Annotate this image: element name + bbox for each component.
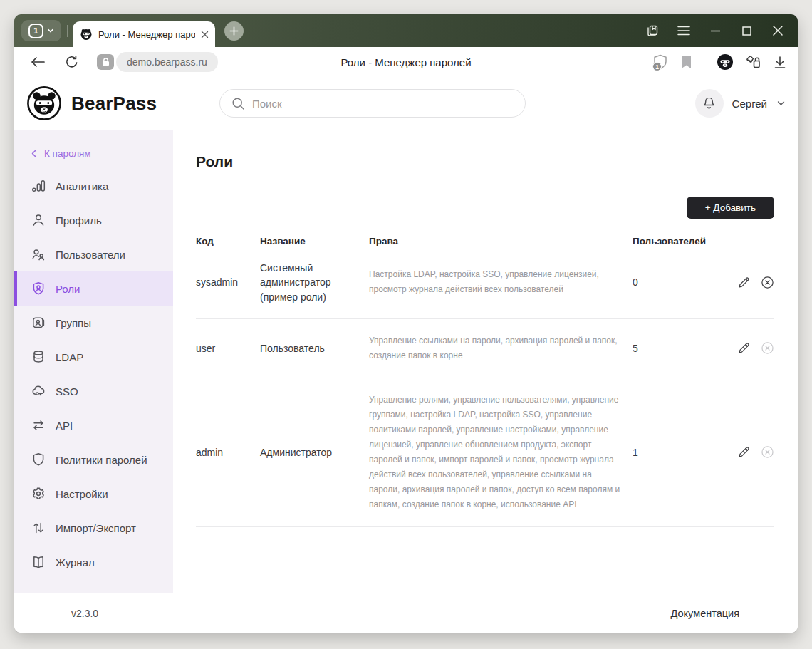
reload-button[interactable] [60, 51, 84, 73]
protect-button[interactable]: 1 [653, 54, 669, 70]
delete-role-button[interactable] [761, 445, 774, 459]
edit-role-button[interactable] [737, 276, 751, 289]
chevron-left-icon [31, 149, 37, 158]
pencil-icon [737, 341, 751, 355]
bearpass-extension-button[interactable] [717, 53, 734, 71]
sidebar-item-analytics[interactable]: Аналитика [14, 169, 173, 203]
search-input[interactable] [252, 98, 514, 110]
tab-close-icon[interactable] [201, 31, 209, 38]
maximize-icon [742, 26, 751, 36]
role-users-count: 0 [624, 276, 731, 288]
site-security-chip[interactable] [97, 54, 114, 70]
row-actions [737, 445, 774, 459]
add-role-button[interactable]: + Добавить [687, 197, 774, 219]
side-panel-button[interactable] [641, 19, 664, 42]
back-button[interactable] [26, 51, 50, 73]
brand-name: BearPass [71, 93, 157, 115]
maximize-button[interactable] [735, 19, 758, 42]
sidebar-item-policies[interactable]: Политики паролей [14, 442, 173, 477]
edit-role-button[interactable] [737, 445, 751, 459]
downloads-button[interactable] [774, 56, 786, 69]
import-export-icon [31, 521, 46, 535]
circle-x-icon [761, 276, 774, 289]
table-row: sysadmin Системный администратор (пример… [196, 246, 774, 319]
plus-icon [229, 26, 239, 36]
titlebar-separator [67, 25, 68, 37]
bell-icon [702, 96, 716, 110]
search-box[interactable] [219, 89, 526, 118]
user-menu[interactable]: Сергей [732, 98, 767, 110]
sidebar-item-sso[interactable]: SSO [14, 374, 173, 408]
sidebar-item-label: Группы [56, 317, 91, 329]
users-icon [31, 247, 46, 261]
sidebar-item-label: Аналитика [56, 180, 108, 192]
role-rights: Управление ссылками на пароли, архивация… [369, 333, 624, 363]
sidebar-item-profile[interactable]: Профиль [14, 203, 173, 237]
delete-role-button[interactable] [761, 341, 774, 355]
bookmark-button[interactable] [681, 56, 692, 69]
tab-counter-button[interactable]: 1 [21, 20, 61, 41]
app-footer: v2.3.0 Документация [14, 593, 798, 633]
circle-x-icon [761, 341, 774, 355]
edit-role-button[interactable] [737, 341, 751, 355]
sidebar-item-label: API [56, 420, 73, 432]
sidebar-item-users[interactable]: Пользователи [14, 237, 173, 271]
titlebar: 1 Роли - Менеджер паролей [14, 14, 798, 47]
groups-icon [31, 316, 46, 330]
bearpass-logo-icon [27, 86, 61, 120]
sidebar-item-label: Журнал [56, 556, 95, 568]
role-code: admin [196, 447, 260, 458]
sidebar-item-label: Пользователи [56, 249, 125, 261]
notifications-button[interactable] [695, 89, 724, 118]
close-button[interactable] [766, 19, 789, 42]
table-body: sysadmin Системный администратор (пример… [196, 246, 774, 527]
sidebar-item-api[interactable]: API [14, 408, 173, 442]
sidebar-back-link[interactable]: К паролям [14, 137, 173, 169]
bear-extension-icon [717, 53, 734, 71]
sidebar-item-roles[interactable]: Роли [14, 271, 173, 306]
password-manager-button[interactable] [746, 54, 761, 70]
sidebar-item-label: Импорт/Экспорт [56, 522, 136, 534]
search-icon [231, 97, 245, 110]
sso-icon [31, 384, 46, 398]
documentation-link[interactable]: Документация [671, 608, 739, 619]
reload-icon [66, 56, 78, 68]
chevron-down-icon [47, 27, 54, 34]
menu-button[interactable] [672, 19, 695, 42]
table-row: admin Администратор Управление ролями, у… [196, 378, 774, 527]
minimize-icon [711, 30, 720, 32]
sidebar-item-settings[interactable]: Настройки [14, 477, 173, 511]
hamburger-icon [677, 26, 690, 36]
pencil-icon [737, 276, 751, 289]
sidebar-item-label: LDAP [56, 351, 83, 363]
role-name: Системный администратор (пример роли) [260, 261, 369, 304]
minimize-button[interactable] [704, 19, 727, 42]
address-bar[interactable]: demo.bearpass.ru [116, 52, 218, 72]
sidebar-item-label: Политики паролей [56, 454, 147, 466]
sidebar-item-ldap[interactable]: LDAP [14, 340, 173, 374]
header-right: Сергей [695, 89, 785, 118]
delete-role-button[interactable] [761, 276, 774, 289]
sidebar-item-groups[interactable]: Группы [14, 306, 173, 340]
brand-block[interactable]: BearPass [27, 86, 219, 120]
app-body: К паролям Аналитика Профиль Пользователи… [14, 130, 798, 593]
sidebar-item-journal[interactable]: Журнал [14, 545, 173, 579]
role-rights: Настройка LDAP, настройка SSO, управлени… [369, 267, 624, 297]
pencil-icon [737, 445, 751, 459]
sidebar-item-import-export[interactable]: Импорт/Экспорт [14, 511, 173, 545]
role-users-count: 1 [624, 447, 731, 458]
page-title-toolbar: Роли - Менеджер паролей [340, 56, 471, 68]
policies-icon [31, 452, 46, 467]
profile-icon [31, 213, 46, 227]
row-actions [737, 276, 774, 289]
table-header: Код Название Права Пользователей [196, 236, 774, 246]
browser-tab[interactable]: Роли - Менеджер паролей [73, 21, 215, 47]
user-chevron-down-icon[interactable] [777, 100, 785, 106]
new-tab-button[interactable] [224, 21, 244, 41]
roles-icon [31, 281, 46, 296]
lock-icon [102, 58, 110, 66]
settings-icon [31, 487, 46, 501]
protect-badge: 1 [652, 62, 662, 71]
browser-toolbar: demo.bearpass.ru Роли - Менеджер паролей… [14, 47, 798, 77]
ldap-icon [31, 350, 46, 364]
